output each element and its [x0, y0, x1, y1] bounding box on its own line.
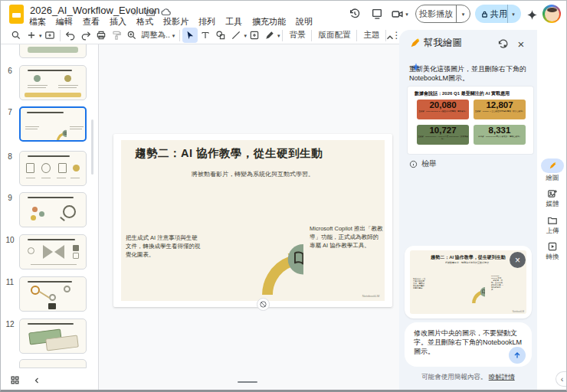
slide-thumbnail-6[interactable]	[19, 65, 87, 100]
pen-caret[interactable]: ▾	[277, 33, 280, 38]
background-button[interactable]: 背景	[285, 30, 309, 41]
textbox-icon[interactable]	[198, 28, 213, 43]
menu-help[interactable]: 說明	[296, 16, 313, 28]
learn-more-link[interactable]: 瞭解詳情	[489, 373, 515, 381]
slide-thumbnail-5-partial[interactable]	[19, 44, 87, 58]
comment-history-icon[interactable]	[369, 6, 385, 21]
undo-icon[interactable]	[63, 28, 78, 43]
zoom-in-icon[interactable]	[124, 28, 139, 43]
menu-edit[interactable]: 編輯	[56, 16, 73, 28]
mini-subtitle: 將被動看影片，轉變為系統化與互動式學習。	[439, 261, 497, 265]
menu-slide[interactable]: 投影片	[163, 16, 188, 28]
tab-upload[interactable]: 上傳	[537, 214, 567, 236]
slide-thumbnail-13-partial[interactable]	[19, 359, 87, 368]
remove-context-button[interactable]: ×	[510, 252, 526, 268]
speaker-notes-handle[interactable]	[238, 381, 257, 383]
info-icon	[409, 160, 418, 168]
select-cursor-icon[interactable]	[182, 28, 198, 43]
shapes-icon[interactable]	[213, 28, 228, 43]
menu-insert[interactable]: 插入	[110, 16, 126, 28]
collapse-toolbar-icon[interactable]	[382, 30, 398, 45]
slide-thumbnail-7-selected[interactable]	[19, 106, 87, 142]
divider	[282, 30, 283, 41]
tab-media[interactable]: 媒體	[537, 188, 567, 209]
generated-image[interactable]: 數據會說話：2026 Q1 最受關注的 AI 實戰應用 20,080 互動數 ·…	[408, 87, 533, 154]
version-history-icon[interactable]	[347, 6, 362, 21]
layout-button[interactable]: 版面配置	[314, 30, 354, 41]
thumb-art	[28, 197, 74, 198]
share-dropdown-caret[interactable]: ▾	[507, 5, 519, 23]
filmstrip-scrollbar[interactable]	[91, 119, 93, 175]
present-label: 投影播放	[416, 8, 456, 20]
present-button[interactable]: 投影播放 ▾	[415, 5, 470, 23]
new-slide-icon[interactable]	[42, 28, 57, 43]
grid-view-icon[interactable]	[10, 374, 20, 388]
mini-watermark: NotebookLM	[513, 310, 524, 312]
document-title[interactable]: 2026_AI_Workflow_Evolution	[30, 5, 160, 16]
tab-convert[interactable]: 轉換	[537, 240, 567, 262]
slide-thumbnail-10[interactable]	[19, 234, 87, 270]
report-label: 檢舉	[421, 158, 437, 169]
meet-camera-icon[interactable]	[389, 6, 405, 21]
print-icon[interactable]	[93, 28, 109, 43]
theme-button[interactable]: 主題	[359, 30, 383, 41]
pen-icon[interactable]	[262, 28, 277, 43]
reset-icon[interactable]	[496, 37, 510, 51]
thumb-art	[70, 126, 84, 127]
menu-format[interactable]: 格式	[136, 16, 153, 28]
share-button[interactable]: 共用 ▾	[475, 5, 521, 23]
menu-view[interactable]: 查看	[83, 16, 100, 28]
slide-thumbnail-12[interactable]	[19, 318, 87, 354]
fit-zoom-label: 調整為..	[142, 30, 170, 41]
thumb-art	[25, 126, 39, 127]
collapse-panel-chevron[interactable]: ‹	[556, 371, 567, 387]
present-dropdown-caret[interactable]: ▾	[456, 5, 470, 22]
slash-circle-button[interactable]	[257, 298, 270, 311]
tab-upload-label: 上傳	[537, 227, 567, 236]
thumb-art	[28, 281, 72, 283]
context-image-card[interactable]: 趨勢二：AI 協作教學，從生硬到生動 將被動看影片，轉變為系統化與互動式學習。 …	[405, 246, 532, 318]
search-icon[interactable]	[8, 28, 24, 43]
collapse-filmstrip-icon[interactable]	[32, 374, 41, 388]
filmstrip-controls	[1, 370, 99, 392]
line-icon[interactable]	[228, 28, 244, 43]
notebooklm-watermark: NotebookLM	[362, 294, 379, 298]
slide-image[interactable]: 趨勢二：AI 協作教學，從生硬到生動 將被動看影片，轉變為系統化與互動式學習。 …	[121, 140, 385, 301]
fit-zoom-dropdown[interactable]: 調整為..▾	[139, 30, 178, 41]
slide-thumbnail-8[interactable]	[19, 151, 87, 186]
stat-note: 分享數 · PowerPoint 匯入人數最多（簡報自動化）	[474, 136, 525, 138]
avatar[interactable]	[542, 5, 561, 23]
insert-comment-icon[interactable]	[247, 28, 262, 43]
send-button[interactable]	[509, 347, 526, 364]
slide-thumbnail-11[interactable]	[19, 276, 87, 312]
slide-page[interactable]: 趨勢二：AI 協作教學，從生硬到生動 將被動看影片，轉變為系統化與互動式學習。 …	[113, 134, 392, 307]
thumb-art	[28, 87, 46, 88]
camera-dropdown-caret[interactable]: ▾	[403, 6, 411, 21]
menu-extensions[interactable]: 擴充功能	[252, 16, 286, 28]
thumb-art	[26, 178, 35, 178]
paint-format-icon[interactable]	[109, 28, 124, 43]
stat-value: 10,727	[417, 126, 469, 136]
slide-thumbnail-9[interactable]	[19, 192, 87, 227]
report-row[interactable]: 檢舉	[409, 158, 437, 169]
stat-card-1: 20,080 互動數 · Nano Banana 2 一鍵生成專業簡報（圖像創作…	[417, 100, 469, 119]
menu-tools[interactable]: 工具	[225, 16, 242, 28]
redo-icon[interactable]	[78, 28, 93, 43]
thumb-art	[70, 129, 82, 129]
prompt-input[interactable]: 修改圖片中央的圖示，不要變動文字。並且刪除右下角的NotebookLM圖示。	[405, 322, 532, 367]
slide-right-note: Microsoft Copilot 推出「教教導」功能，正式成為教師的專屬 AI…	[310, 224, 383, 250]
new-slide-caret[interactable]: ▾	[39, 33, 42, 38]
thumb-art	[39, 211, 44, 217]
thumb-art	[28, 239, 75, 240]
slides-logo-icon[interactable]	[9, 5, 24, 24]
close-panel-icon[interactable]: ×	[514, 37, 528, 51]
thumb-art	[31, 286, 40, 295]
menu-arrange[interactable]: 排列	[198, 16, 215, 28]
stat-value: 8,331	[474, 126, 526, 136]
menu-file[interactable]: 檔案	[29, 16, 46, 28]
slide-number: 8	[4, 152, 16, 161]
stat-note: 互動數 · NotebookLM + Canva 打造 Storyboard（多…	[418, 136, 468, 139]
plus-icon[interactable]	[24, 28, 39, 43]
gemini-icon[interactable]	[524, 7, 539, 22]
tab-draw[interactable]: 繪圖	[537, 158, 567, 183]
